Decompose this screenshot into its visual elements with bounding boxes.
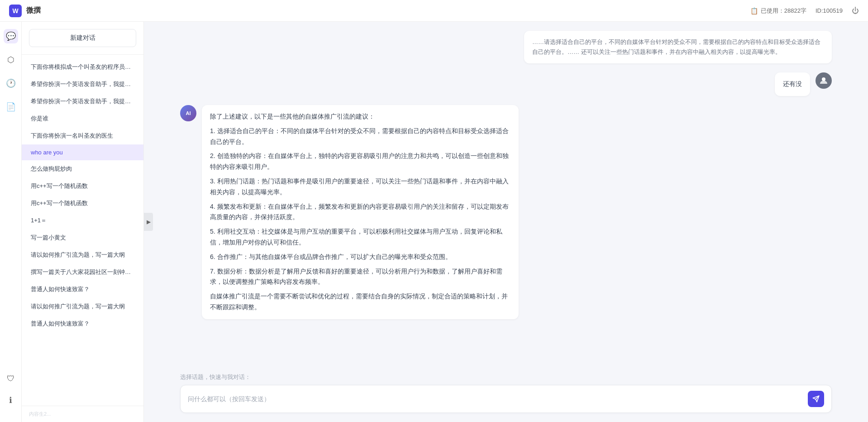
sidebar-toggle-button[interactable]: ▶: [144, 213, 153, 231]
send-button[interactable]: [808, 391, 824, 407]
id-label: ID:100519: [816, 7, 843, 14]
usage-label: 已使用：28822字: [761, 7, 806, 15]
ai-message-paragraph: 4. 频繁发布和更新：在自媒体平台上，频繁发布和更新的内容更容易吸引用户的关注和…: [210, 201, 510, 223]
ai-message-paragraph: 自媒体推广引流是一个需要不断尝试和优化的过程，需要结合自身的实际情况，制定合适的…: [210, 291, 510, 313]
ai-message-paragraph: 5. 利用社交互动：社交媒体是与用户互动的重要平台，可以积极利用社交媒体与用户互…: [210, 226, 510, 248]
sidebar-item[interactable]: 用c++写一个随机函数: [22, 177, 143, 195]
new-chat-button[interactable]: 新建对话: [29, 29, 136, 47]
ai-message-paragraph: 1. 选择适合自己的平台：不同的自媒体平台针对的受众不同，需要根据自己的内容特点…: [210, 126, 510, 148]
icon-bar-chat[interactable]: 💬: [4, 29, 18, 43]
icon-bar-bottom: 🛡 ℹ: [4, 371, 18, 415]
icon-bar-box[interactable]: ⬡: [4, 53, 18, 67]
sidebar-item[interactable]: 用c++写一个随机函数: [22, 195, 143, 212]
svg-point-0: [822, 77, 825, 81]
sidebar-item[interactable]: 请以如何推广引流为题，写一篇大纲: [22, 298, 143, 315]
ai-message-bubble: 除了上述建议，以下是一些其他的自媒体推广引流的建议：1. 选择适合自己的平台：不…: [202, 105, 519, 319]
sidebar-item[interactable]: 普通人如何快速致富？: [22, 281, 143, 298]
ai-message-paragraph: 7. 数据分析：数据分析是了解用户反馈和喜好的重要途径，可以分析用户行为和数据，…: [210, 266, 510, 288]
user-message-text: 还有没: [783, 80, 802, 87]
sidebar-footer: 内容生2...: [22, 406, 143, 422]
usage-icon: 📋: [750, 7, 758, 14]
ai-message-paragraph: 6. 合作推广：与其他自媒体平台或品牌合作推广，可以扩大自己的曝光率和受众范围。: [210, 252, 510, 263]
app-title: 微撰: [26, 6, 41, 15]
sidebar-item[interactable]: 1+1＝: [22, 212, 143, 229]
ai-avatar: AI: [180, 105, 196, 121]
sidebar-item[interactable]: 下面你将扮演一名叫圣友的医生: [22, 127, 143, 144]
sidebar-item[interactable]: 希望你扮演一个英语发音助手，我提供给你...: [22, 76, 143, 93]
sidebar-header: 新建对话: [22, 22, 143, 55]
sidebar-item[interactable]: 希望你扮演一个英语发音助手，我提供给你...: [22, 93, 143, 110]
topbar-right: 📋 已使用：28822字 ID:100519 ⏻: [750, 7, 859, 15]
icon-bar-info[interactable]: ℹ: [4, 393, 18, 408]
logo-text: W: [12, 7, 18, 14]
truncated-message: ……请选择适合自己的平台，不同的自媒体平台针对的受众不同，需要根据自己的内容特点…: [524, 31, 832, 63]
icon-bar: 💬 ⬡ 🕐 📄 🛡 ℹ: [0, 22, 22, 422]
quick-select-label: 选择话题，快速与我对话：: [180, 373, 832, 381]
user-message-bubble: 还有没: [775, 72, 810, 96]
topbar: W 微撰 📋 已使用：28822字 ID:100519 ⏻: [0, 0, 868, 22]
user-avatar: [816, 72, 832, 89]
icon-bar-shield[interactable]: 🛡: [4, 371, 18, 386]
sidebar-item[interactable]: 请以如何推广引流为题，写一篇大纲: [22, 246, 143, 264]
input-container: [180, 385, 832, 413]
chat-messages: ……请选择适合自己的平台，不同的自媒体平台针对的受众不同，需要根据自己的内容特点…: [144, 22, 868, 368]
sidebar-list: 下面你将模拟成一个叫圣友的程序员，我说...希望你扮演一个英语发音助手，我提供给…: [22, 55, 143, 406]
sidebar-item[interactable]: 怎么做狗屁炒肉: [22, 160, 143, 177]
sidebar-item[interactable]: 你是谁: [22, 110, 143, 127]
sidebar-item[interactable]: who are you: [22, 144, 143, 160]
icon-bar-clock[interactable]: 🕐: [4, 76, 18, 91]
chat-input[interactable]: [188, 395, 803, 403]
sidebar: 新建对话 下面你将模拟成一个叫圣友的程序员，我说...希望你扮演一个英语发音助手…: [22, 22, 144, 422]
app-logo: W: [9, 5, 22, 17]
ai-message-paragraph: 3. 利用热门话题：热门话题和事件是吸引用户的重要途径，可以关注一些热门话题和事…: [210, 176, 510, 198]
ai-message-paragraph: 2. 创造独特的内容：在自媒体平台上，独特的内容更容易吸引用户的注意力和共鸣，可…: [210, 151, 510, 173]
usage-info: 📋 已使用：28822字: [750, 7, 806, 15]
power-button[interactable]: ⏻: [852, 7, 859, 15]
sidebar-item[interactable]: 下面你将模拟成一个叫圣友的程序员，我说...: [22, 58, 143, 76]
sidebar-item[interactable]: 普通人如何快速致富？: [22, 315, 143, 332]
chat-input-area: 选择话题，快速与我对话：: [144, 368, 868, 422]
message-row-user: 还有没: [180, 72, 832, 96]
main-container: 💬 ⬡ 🕐 📄 🛡 ℹ 新建对话 下面你将模拟成一个叫圣友的程序员，我说...希…: [0, 22, 868, 422]
ai-message-paragraph: 除了上述建议，以下是一些其他的自媒体推广引流的建议：: [210, 111, 510, 122]
chat-area: ▶ ……请选择适合自己的平台，不同的自媒体平台针对的受众不同，需要根据自己的内容…: [144, 22, 868, 422]
message-row-ai: AI 除了上述建议，以下是一些其他的自媒体推广引流的建议：1. 选择适合自己的平…: [180, 105, 832, 319]
topbar-left: W 微撰: [9, 5, 41, 17]
sidebar-item[interactable]: 撰写一篇关于八大家花园社区一刻钟便民生...: [22, 264, 143, 281]
icon-bar-doc[interactable]: 📄: [4, 100, 18, 114]
sidebar-item[interactable]: 写一篇小黄文: [22, 229, 143, 246]
